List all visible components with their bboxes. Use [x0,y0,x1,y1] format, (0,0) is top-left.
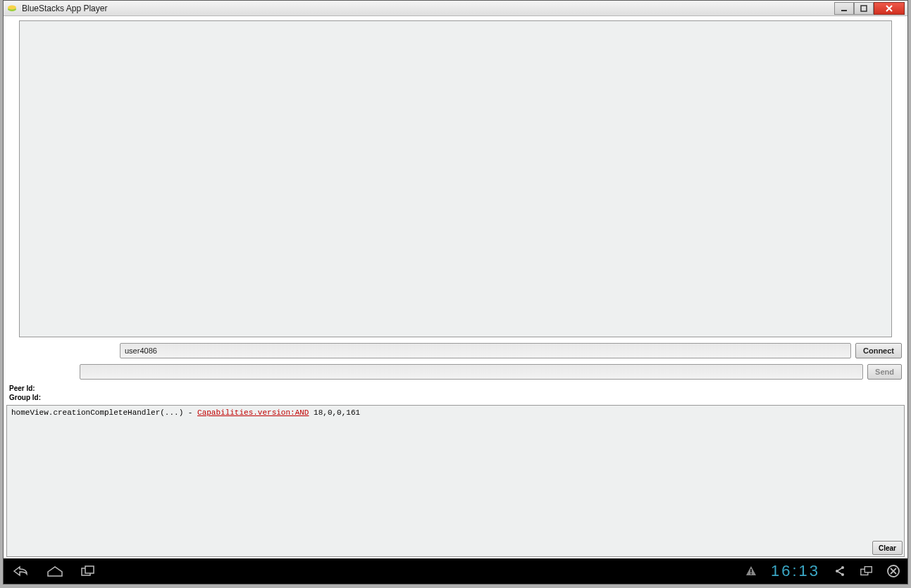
svg-rect-7 [750,573,752,575]
clock[interactable]: 16:13 [771,562,820,580]
app-window: BlueStacks App Player Connect Send Peer … [3,0,908,584]
svg-point-1 [8,5,16,9]
window-buttons [834,2,905,15]
send-button[interactable]: Send [867,364,902,380]
log-highlight: Capabilities.version:AND [197,408,309,417]
log-suffix: 18,0,0,161 [309,408,360,417]
app-body: Connect Send Peer Id: Group Id: homeView… [4,16,907,584]
title-bar: BlueStacks App Player [4,1,907,16]
app-icon [6,3,18,14]
share-icon[interactable] [833,564,847,578]
svg-rect-12 [864,567,872,573]
username-input[interactable] [120,343,851,358]
home-icon[interactable] [44,564,66,578]
maximize-button[interactable] [854,2,874,15]
svg-rect-2 [841,10,847,11]
back-icon[interactable] [11,564,32,578]
window-title: BlueStacks App Player [22,4,107,13]
svg-rect-6 [750,569,752,573]
fullscreen-icon[interactable] [860,564,874,578]
close-button[interactable] [874,2,905,15]
clear-button[interactable]: Clear [872,541,903,555]
message-input[interactable] [80,364,863,380]
send-row: Send [4,361,907,382]
peer-id-label: Peer Id: [9,384,902,393]
close-circle-icon[interactable] [886,564,900,578]
connect-button[interactable]: Connect [855,343,902,358]
warning-icon[interactable] [744,564,758,578]
log-area[interactable]: homeView.creationCompleteHandler(...) - … [6,405,905,557]
log-prefix: homeView.creationCompleteHandler(...) - [11,408,197,417]
main-panel [19,20,892,337]
minimize-button[interactable] [834,2,854,15]
id-labels: Peer Id: Group Id: [4,382,907,404]
recent-apps-icon[interactable] [78,564,99,578]
connect-row: Connect [4,340,907,361]
svg-rect-3 [861,6,867,11]
svg-rect-5 [85,566,94,573]
android-nav-bar: 16:13 [4,558,907,584]
group-id-label: Group Id: [9,393,902,402]
